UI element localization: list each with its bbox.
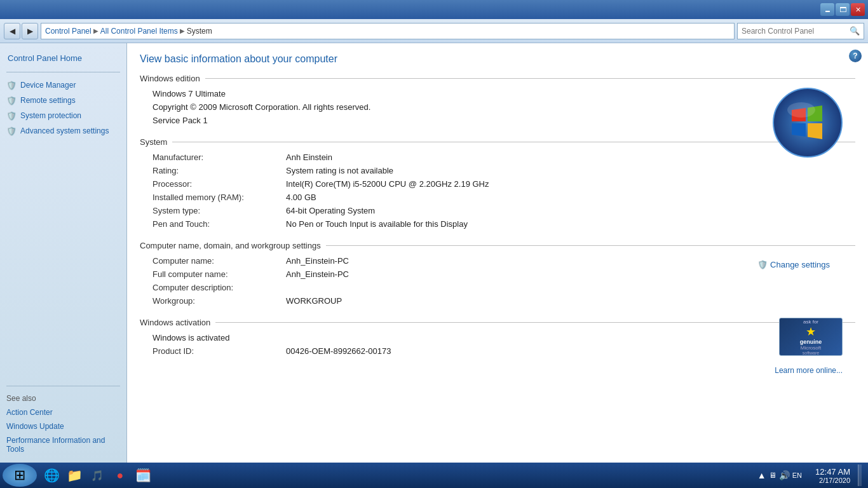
sidebar-label-advanced-settings: Advanced system settings — [20, 126, 109, 135]
system-type-value: 64-bit Operating System — [280, 204, 855, 217]
sidebar-label-remote-settings: Remote settings — [20, 96, 76, 105]
search-input[interactable] — [742, 27, 847, 36]
rating-label: Rating: — [140, 164, 280, 177]
service-pack-value: Service Pack 1 — [140, 114, 855, 127]
windows-logo — [773, 88, 843, 158]
title-bar: 🗕 🗖 ✕ — [0, 0, 868, 19]
table-row: Pen and Touch: No Pen or Touch Input is … — [140, 217, 855, 231]
address-bar: ◀ ▶ Control Panel ▶ All Control Panel It… — [0, 19, 868, 43]
tray-arrow-icon[interactable]: ▲ — [757, 470, 766, 480]
maximize-button[interactable]: 🗖 — [836, 3, 850, 16]
breadcrumb-all-items[interactable]: All Control Panel Items — [100, 27, 178, 36]
table-row: Product ID: 00426-OEM-8992662-00173 — [140, 344, 855, 358]
rating-value[interactable]: System rating is not available — [280, 164, 855, 177]
processor-value: Intel(R) Core(TM) i5-5200U CPU @ 2.20GHz… — [280, 177, 855, 191]
table-row: Service Pack 1 — [140, 114, 855, 127]
sidebar-home[interactable]: Control Panel Home — [0, 50, 126, 67]
windows-edition-table: Windows 7 Ultimate Copyright © 2009 Micr… — [140, 87, 855, 127]
sidebar-item-remote-settings[interactable]: 🛡️ Remote settings — [0, 93, 126, 108]
table-row: System type: 64-bit Operating System — [140, 204, 855, 217]
product-id-value: 00426-OEM-8992662-00173 — [280, 344, 855, 358]
tray-speaker-icon[interactable]: 🔊 — [779, 470, 790, 480]
full-name-label: Full computer name: — [140, 268, 280, 281]
description-label: Computer description: — [140, 281, 280, 294]
table-row: Full computer name: Anh_Einstein-PC — [140, 268, 855, 281]
taskbar-folder-icon[interactable]: 📁 — [64, 464, 85, 486]
ram-value: 4.00 GB — [280, 191, 855, 204]
product-id-label: Product ID: — [140, 344, 280, 358]
table-row: Rating: System rating is not available — [140, 164, 855, 177]
table-row: Processor: Intel(R) Core(TM) i5-5200U CP… — [140, 177, 855, 191]
taskbar-calendar-icon[interactable]: 🗓️ — [132, 464, 154, 486]
table-row: Windows 7 Ultimate — [140, 87, 855, 100]
tray-date: 2/17/2020 — [810, 477, 850, 484]
genuine-badge-main: genuine — [800, 339, 822, 345]
genuine-badge-text: ask for — [803, 319, 818, 325]
table-row: Copyright © 2009 Microsoft Corporation. … — [140, 100, 855, 114]
system-header: System — [140, 137, 855, 147]
sep1: ▶ — [93, 27, 98, 34]
description-value — [280, 281, 855, 294]
windows-edition-section: Windows edition Windows 7 Ultimate Copyr… — [140, 74, 855, 127]
system-section: System Manufacturer: Anh Einstein Rating… — [140, 137, 855, 231]
search-box[interactable]: 🔍 — [737, 23, 864, 39]
content-area: ? View basic information ab — [127, 43, 868, 463]
sidebar-item-action-center[interactable]: Action Center — [0, 405, 126, 419]
full-name-value: Anh_Einstein-PC — [280, 268, 855, 281]
breadcrumb: Control Panel ▶ All Control Panel Items … — [45, 27, 212, 36]
table-row: Windows is activated — [140, 331, 855, 344]
sidebar-item-windows-update[interactable]: Windows Update — [0, 419, 126, 433]
title-bar-buttons: 🗕 🗖 ✕ — [820, 3, 865, 16]
workgroup-label: Workgroup: — [140, 294, 280, 308]
table-row: Computer description: — [140, 281, 855, 294]
nav-buttons: ◀ ▶ — [4, 23, 38, 39]
shield-icon-device: 🛡️ — [6, 80, 17, 90]
tray-network-icon[interactable]: 🖥 — [769, 471, 776, 480]
close-button[interactable]: ✕ — [851, 3, 865, 16]
taskbar: ⊞ 🌐 📁 🎵 ● 🗓️ ▲ 🖥 🔊 EN 12:47 AM 2/17/2020 — [0, 463, 868, 488]
manufacturer-label: Manufacturer: — [140, 151, 280, 164]
sidebar-label-action-center: Action Center — [6, 408, 53, 417]
windows-activation-header: Windows activation — [140, 318, 855, 327]
workgroup-value: WORKGROUP — [280, 294, 855, 308]
back-button[interactable]: ◀ — [4, 23, 20, 39]
change-settings-link[interactable]: 🛡️ Change settings — [757, 260, 830, 269]
change-settings-label: Change settings — [770, 260, 830, 269]
genuine-badge-brand: Microsoft — [801, 345, 821, 351]
sidebar-item-advanced-settings[interactable]: 🛡️ Advanced system settings — [0, 123, 126, 139]
system-type-label: System type: — [140, 204, 280, 217]
activation-status: Windows is activated — [140, 331, 855, 344]
shield-icon-protection: 🛡️ — [6, 111, 17, 121]
taskbar-red-icon[interactable]: ● — [109, 464, 131, 486]
tray-clock[interactable]: 12:47 AM 2/17/2020 — [804, 466, 855, 485]
breadcrumb-control-panel[interactable]: Control Panel — [45, 27, 92, 36]
system-table: Manufacturer: Anh Einstein Rating: Syste… — [140, 151, 855, 231]
main-container: Control Panel Home 🛡️ Device Manager 🛡️ … — [0, 43, 868, 463]
table-row: Installed memory (RAM): 4.00 GB — [140, 191, 855, 204]
sidebar-divider-1 — [6, 72, 120, 72]
table-row: Workgroup: WORKGROUP — [140, 294, 855, 308]
search-icon[interactable]: 🔍 — [850, 26, 860, 36]
breadcrumb-system: System — [187, 27, 212, 36]
calendar-icon: 🗓️ — [135, 468, 151, 483]
address-path[interactable]: Control Panel ▶ All Control Panel Items … — [41, 23, 735, 39]
pen-touch-label: Pen and Touch: — [140, 217, 280, 231]
tray-input-icon[interactable]: EN — [792, 471, 802, 479]
minimize-button[interactable]: 🗕 — [820, 3, 834, 16]
sidebar-item-performance-info[interactable]: Performance Information and Tools — [0, 433, 126, 456]
computer-name-section: Computer name, domain, and workgroup set… — [140, 241, 855, 308]
table-row: Computer name: Anh_Einstein-PC — [140, 254, 855, 268]
table-row: Manufacturer: Anh Einstein — [140, 151, 855, 164]
taskbar-ie-icon[interactable]: 🌐 — [41, 464, 62, 486]
tray-show-desktop-icon[interactable] — [858, 464, 862, 486]
start-button[interactable]: ⊞ — [3, 464, 37, 487]
help-icon[interactable]: ? — [849, 50, 862, 62]
windows-logo-svg — [773, 88, 843, 158]
genuine-badge: ask for ★ genuine Microsoft software — [779, 318, 843, 356]
sidebar-item-device-manager[interactable]: 🛡️ Device Manager — [0, 78, 126, 93]
manufacturer-value: Anh Einstein — [280, 151, 855, 164]
taskbar-media-icon[interactable]: 🎵 — [86, 464, 108, 486]
sidebar-item-system-protection[interactable]: 🛡️ System protection — [0, 108, 126, 123]
forward-button[interactable]: ▶ — [22, 23, 38, 39]
ram-label: Installed memory (RAM): — [140, 191, 280, 204]
